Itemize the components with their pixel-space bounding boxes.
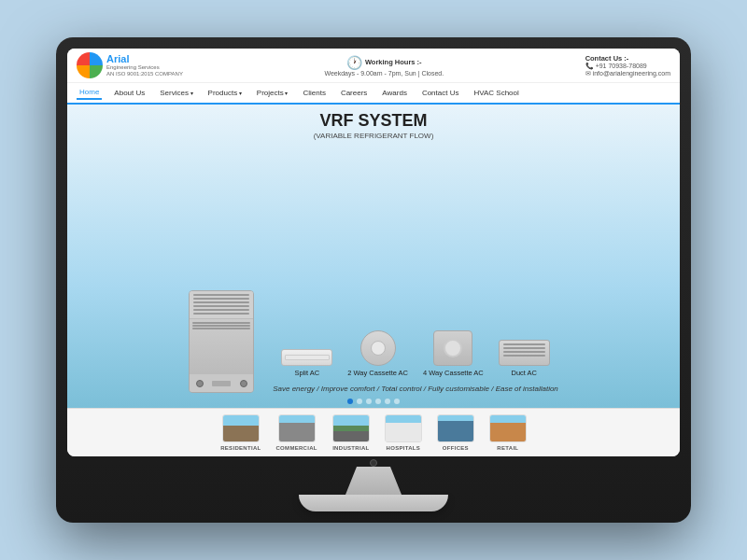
contact-email-line: ✉ info@arialengineering.com [585, 70, 670, 77]
logo-sub2: AN ISO 9001:2015 COMPANY [106, 71, 183, 77]
mid-line-2 [192, 325, 250, 327]
nav-item-products[interactable]: Products [205, 87, 245, 99]
vent-line-4 [193, 305, 249, 307]
logo-sub1: Engineering Services [106, 64, 183, 71]
category-commercial-img [278, 414, 316, 442]
offices-building [438, 415, 473, 441]
mid-line-1 [192, 322, 250, 324]
category-residential-img [222, 414, 260, 442]
hero-title: VRF SYSTEM [319, 112, 427, 131]
ac-mid-panel [190, 319, 253, 373]
cassette-2way-label: 2 Way Cassette AC [347, 369, 408, 377]
working-hours-title: Working Hours :- [365, 58, 422, 66]
working-hours: 🕐 Working Hours :- Weekdays - 9.00am - 7… [324, 55, 444, 77]
nav-item-hvac[interactable]: HVAC School [471, 87, 521, 99]
large-vrf-unit [189, 290, 254, 393]
split-ac-inner [285, 355, 330, 360]
category-commercial-label: COMMERCIAL [275, 445, 317, 451]
carousel-dots [347, 399, 400, 404]
category-offices[interactable]: OFFICES [437, 414, 474, 451]
duct-line-4 [503, 355, 545, 357]
split-ac-label: Split AC [294, 369, 319, 377]
logo-text: Arial Engineering Services AN ISO 9001:2… [106, 53, 183, 77]
category-residential-label: RESIDENTIAL [220, 445, 261, 451]
category-retail[interactable]: RETAIL [489, 414, 527, 451]
product-2way-cassette: 2 Way Cassette AC [347, 330, 408, 377]
nav-item-services[interactable]: Services [157, 87, 195, 99]
category-industrial[interactable]: INDUSTRIAL [332, 414, 370, 451]
commercial-building [279, 415, 315, 441]
email-icon: ✉ [585, 70, 591, 77]
vent-line-1 [193, 294, 249, 296]
cassette-4way-inner [444, 339, 462, 357]
split-ac-unit [281, 349, 332, 366]
duct-ac-unit [499, 340, 550, 366]
category-industrial-label: INDUSTRIAL [332, 445, 369, 451]
site-nav: Home About Us Services Products Projects… [67, 83, 680, 105]
hero-banner: VRF SYSTEM (VARIABLE REFRIGERANT FLOW) [67, 105, 680, 408]
dot-6[interactable] [394, 399, 400, 404]
cassette-2way-unit [360, 330, 396, 366]
monitor-outer: Arial Engineering Services AN ISO 9001:2… [56, 37, 691, 523]
category-residential[interactable]: RESIDENTIAL [220, 414, 261, 451]
phone-icon: 📞 [585, 63, 594, 70]
nav-item-clients[interactable]: Clients [300, 87, 328, 99]
duct-ac-label: Duct AC [511, 369, 537, 377]
ac-bottom-panel [190, 373, 253, 392]
website: Arial Engineering Services AN ISO 9001:2… [67, 49, 680, 456]
nav-item-projects[interactable]: Projects [254, 87, 291, 99]
nav-item-about[interactable]: About Us [111, 87, 148, 99]
ac-circle-1 [196, 380, 204, 387]
category-offices-img [437, 414, 474, 442]
logo-brand: Arial [106, 53, 183, 64]
logo-circle-icon [77, 52, 103, 78]
dot-1[interactable] [347, 399, 353, 404]
category-commercial[interactable]: COMMERCIAL [275, 414, 317, 451]
monitor-stand-neck [345, 467, 402, 495]
product-split-ac: Split AC [281, 349, 332, 377]
cassette-2way-inner [371, 341, 386, 356]
nav-item-careers[interactable]: Careers [338, 87, 370, 99]
category-industrial-img [332, 414, 370, 442]
product-duct-ac: Duct AC [499, 340, 550, 377]
monitor-stand-base [299, 495, 448, 511]
nav-item-awards[interactable]: Awards [379, 87, 410, 99]
duct-line-2 [503, 347, 545, 349]
ac-circle-2 [240, 380, 247, 387]
dot-4[interactable] [375, 399, 381, 404]
contact-email: info@arialengineering.com [593, 70, 670, 77]
duct-line-1 [503, 343, 545, 345]
category-retail-label: RETAIL [497, 445, 518, 451]
monitor-camera [370, 459, 377, 467]
category-offices-label: OFFICES [443, 445, 469, 451]
working-hours-text: Weekdays - 9.00am - 7pm, Sun | Closed. [324, 70, 444, 77]
contact-phone-line: 📞 +91 70938-78089 [585, 63, 670, 70]
contact-phone: +91 70938-78089 [596, 63, 647, 69]
category-hospitals-label: HOSPITALS [387, 445, 421, 451]
mid-line-3 [192, 328, 250, 329]
dot-3[interactable] [366, 399, 372, 404]
clock-icon: 🕐 [346, 55, 362, 70]
retail-building [490, 415, 526, 441]
products-units: Split AC 2 Way Cassette AC [281, 330, 550, 377]
hero-content: Split AC 2 Way Cassette AC [77, 144, 670, 393]
hero-tagline: Save energy / Improve comfort / Total co… [273, 385, 558, 393]
nav-item-contact[interactable]: Contact Us [419, 87, 462, 99]
cassette-4way-unit [433, 330, 472, 366]
dot-5[interactable] [385, 399, 390, 404]
contact-title: Contact Us :- [585, 54, 670, 63]
monitor-screen: Arial Engineering Services AN ISO 9001:2… [67, 49, 680, 456]
ac-rect-1 [212, 381, 231, 386]
category-hospitals[interactable]: HOSPITALS [385, 414, 422, 451]
logo-area: Arial Engineering Services AN ISO 9001:2… [77, 52, 183, 78]
vent-line-3 [193, 301, 249, 303]
vent-line-2 [193, 298, 249, 300]
duct-line-3 [503, 351, 545, 353]
nav-item-home[interactable]: Home [77, 86, 102, 100]
hero-subtitle: (VARIABLE REFRIGERANT FLOW) [314, 132, 434, 140]
categories-section: RESIDENTIAL COMMERCIAL INDUSTRIAL [67, 408, 680, 456]
residential-building [223, 415, 259, 441]
dot-2[interactable] [357, 399, 362, 404]
screen-bezel: Arial Engineering Services AN ISO 9001:2… [67, 49, 680, 456]
category-hospitals-img [385, 414, 422, 442]
